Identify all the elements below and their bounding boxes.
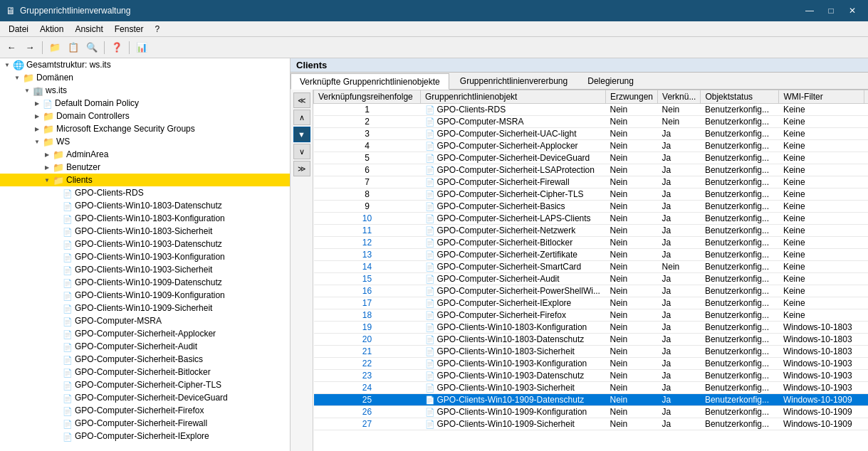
sort-top[interactable]: ≪ [293, 92, 310, 108]
table-row[interactable]: 9📄GPO-Computer-Sicherheit-BasicsNeinJaBe… [314, 201, 869, 213]
tree-item-gpo-deviceguard[interactable]: 📄GPO-Computer-Sicherheit-DeviceGuard [0, 391, 290, 404]
tree-scroll[interactable]: ▼🌐Gesamtstruktur: ws.its▼📁Domänen▼🏢ws.it… [0, 58, 290, 451]
expand-icon-gpo-w10-1909-si[interactable] [51, 302, 63, 314]
expand-icon-gpo-deviceguard[interactable] [51, 392, 63, 403]
tree-item-gpo-cipher-tls[interactable]: 📄GPO-Computer-Sicherheit-Cipher-TLS [0, 378, 290, 391]
table-row[interactable]: 16📄GPO-Computer-Sicherheit-PowerShellWi.… [314, 285, 869, 297]
tree-item-gpo-clients-rds[interactable]: 📄GPO-Clients-RDS [0, 186, 290, 199]
tree-item-gpo-msra[interactable]: 📄GPO-Computer-MSRA [0, 314, 290, 327]
tab-vererbung[interactable]: Gruppenrichtlinienvererbung [451, 73, 577, 89]
table-row[interactable]: 3📄GPO-Computer-Sicherheit-UAC-lightNeinJ… [314, 128, 869, 140]
tree-item-mesg[interactable]: ▶📁Microsoft Exchange Security Groups [0, 122, 290, 135]
table-row[interactable]: 5📄GPO-Computer-Sicherheit-DeviceGuardNei… [314, 152, 869, 164]
menu-fenster[interactable]: Fenster [109, 23, 150, 36]
expand-icon-gpo-w10-1903-ko[interactable] [51, 251, 63, 262]
expand-icon-gpo-msra[interactable] [51, 315, 63, 327]
expand-icon-gpo-firefox[interactable] [51, 405, 63, 416]
expand-icon-benutzer[interactable]: ▶ [41, 161, 53, 173]
expand-icon-mesg[interactable]: ▶ [31, 123, 43, 134]
expand-icon-clients[interactable]: ▼ [41, 174, 53, 186]
expand-icon-domains[interactable]: ▼ [11, 72, 23, 83]
col-wmi[interactable]: WMI-Filter [779, 90, 864, 104]
col-reihenfolge[interactable]: Verknüpfungsreihenfolge [314, 90, 421, 104]
tree-item-gpo-basics[interactable]: 📄GPO-Computer-Sicherheit-Basics [0, 353, 290, 366]
expand-icon-gpo-firewall[interactable] [51, 418, 63, 429]
expand-icon-gpo-w10-1803-ko[interactable] [51, 213, 63, 224]
col-objektstatus[interactable]: Objektstatus [701, 90, 779, 104]
expand-icon-gpo-w10-1909-ko[interactable] [51, 290, 63, 301]
toolbar-folder[interactable]: 📁 [46, 40, 63, 55]
table-row[interactable]: 26📄GPO-Clients-Win10-1909-KonfigurationN… [314, 406, 869, 418]
tree-item-ddp[interactable]: ▶📄Default Domain Policy [0, 97, 290, 110]
expand-icon-gpo-cipher-tls[interactable] [51, 379, 63, 391]
tree-item-gpo-applocker[interactable]: 📄GPO-Computer-Sicherheit-Applocker [0, 327, 290, 340]
col-g[interactable]: G [864, 90, 868, 104]
expand-icon-dc[interactable]: ▶ [31, 110, 43, 122]
table-row[interactable]: 10📄GPO-Computer-Sicherheit-LAPS-ClientsN… [314, 213, 869, 225]
tree-item-gpo-w10-1903-ko[interactable]: 📄GPO-Clients-Win10-1903-Konfiguration [0, 250, 290, 263]
sort-up[interactable]: ∧ [293, 110, 310, 125]
tab-delegierung[interactable]: Delegierung [578, 73, 643, 89]
close-button[interactable]: ✕ [842, 1, 862, 21]
toolbar-chart[interactable]: 📊 [133, 40, 150, 55]
tree-item-gpo-audit[interactable]: 📄GPO-Computer-Sicherheit-Audit [0, 340, 290, 353]
table-row[interactable]: 15📄GPO-Computer-Sicherheit-AuditNeinJaBe… [314, 273, 869, 285]
table-row[interactable]: 12📄GPO-Computer-Sicherheit-BitlockerNein… [314, 237, 869, 249]
tab-verknuepfte[interactable]: Verknüpfte Gruppenrichtlinienobjekte [291, 73, 449, 90]
table-row[interactable]: 14📄GPO-Computer-Sicherheit-SmartCardNein… [314, 261, 869, 273]
tree-item-ws[interactable]: ▼📁WS [0, 135, 290, 148]
expand-icon-gpo-audit[interactable] [51, 341, 63, 352]
table-row[interactable]: 21📄GPO-Clients-Win10-1803-SicherheitNein… [314, 346, 869, 358]
sort-down[interactable]: ∨ [293, 144, 310, 159]
table-row[interactable]: 1📄GPO-Clients-RDSNeinNeinBenutzerkonfig.… [314, 104, 869, 116]
tree-item-clients[interactable]: ▼📁Clients [0, 174, 290, 186]
toolbar-back[interactable]: ← [3, 40, 20, 55]
tree-item-gpo-firefox[interactable]: 📄GPO-Computer-Sicherheit-Firefox [0, 404, 290, 417]
menu-datei[interactable]: Datei [3, 23, 34, 36]
menu-ansicht[interactable]: Ansicht [69, 23, 108, 36]
expand-icon-gpo-w10-1803-ds[interactable] [51, 200, 63, 211]
table-row[interactable]: 27📄GPO-Clients-Win10-1909-SicherheitNein… [314, 418, 869, 430]
expand-icon-gpo-basics[interactable] [51, 354, 63, 365]
col-verknupft[interactable]: Verknü... [658, 90, 701, 104]
tree-item-gpo-w10-1803-si[interactable]: 📄GPO-Clients-Win10-1803-Sicherheit [0, 225, 290, 238]
tree-item-gpo-w10-1803-ko[interactable]: 📄GPO-Clients-Win10-1803-Konfiguration [0, 212, 290, 225]
minimize-button[interactable]: — [800, 1, 820, 21]
table-row[interactable]: 19📄GPO-Clients-Win10-1803-KonfigurationN… [314, 322, 869, 334]
expand-icon-gpo-iexplore[interactable] [51, 430, 63, 442]
table-row[interactable]: 4📄GPO-Computer-Sicherheit-ApplockerNeinJ… [314, 140, 869, 152]
toolbar-help[interactable]: ❓ [108, 40, 125, 55]
expand-icon-ddp[interactable]: ▶ [31, 97, 43, 109]
tree-item-gpo-w10-1909-ko[interactable]: 📄GPO-Clients-Win10-1909-Konfiguration [0, 289, 290, 302]
table-row[interactable]: 25📄GPO-Clients-Win10-1909-DatenschutzNei… [314, 394, 869, 406]
expand-icon-gpo-w10-1909-ds[interactable] [51, 277, 63, 288]
sort-bottom[interactable]: ≫ [293, 161, 310, 176]
tree-item-benutzer[interactable]: ▶📁Benutzer [0, 161, 290, 174]
table-row[interactable]: 6📄GPO-Computer-Sicherheit-LSAProtectionN… [314, 164, 869, 176]
expand-icon-adminarea[interactable]: ▶ [41, 149, 53, 160]
table-row[interactable]: 17📄GPO-Computer-Sicherheit-IExploreNeinJ… [314, 297, 869, 309]
menu-help[interactable]: ? [149, 23, 165, 36]
table-row[interactable]: 2📄GPO-Computer-MSRANeinNeinBenutzerkonfi… [314, 116, 869, 128]
table-row[interactable]: 22📄GPO-Clients-Win10-1903-KonfigurationN… [314, 358, 869, 370]
expand-icon-gpo-bitlocker[interactable] [51, 366, 63, 378]
tree-item-gpo-w10-1909-ds[interactable]: 📄GPO-Clients-Win10-1909-Datenschutz [0, 276, 290, 289]
tree-item-gpo-iexplore[interactable]: 📄GPO-Computer-Sicherheit-IExplore [0, 430, 290, 442]
expand-icon-root[interactable]: ▼ [1, 59, 13, 70]
tree-item-adminarea[interactable]: ▶📁AdminArea [0, 148, 290, 161]
table-row[interactable]: 7📄GPO-Computer-Sicherheit-FirewallNeinJa… [314, 176, 869, 189]
tree-item-root[interactable]: ▼🌐Gesamtstruktur: ws.its [0, 58, 290, 71]
toolbar-search[interactable]: 🔍 [83, 40, 100, 55]
sort-active[interactable]: ▼ [293, 127, 310, 142]
expand-icon-gpo-w10-1803-si[interactable] [51, 226, 63, 237]
expand-icon-ws[interactable]: ▼ [31, 136, 43, 147]
expand-icon-gpo-clients-rds[interactable] [51, 187, 63, 198]
table-row[interactable]: 18📄GPO-Computer-Sicherheit-FirefoxNeinJa… [314, 309, 869, 322]
tree-item-gpo-w10-1909-si[interactable]: 📄GPO-Clients-Win10-1909-Sicherheit [0, 302, 290, 314]
tree-item-dc[interactable]: ▶📁Domain Controllers [0, 110, 290, 122]
table-row[interactable]: 13📄GPO-Computer-Sicherheit-ZertifikateNe… [314, 249, 869, 261]
col-objekt[interactable]: Gruppenrichtlinienobjekt [421, 90, 606, 104]
tree-item-gpo-w10-1803-ds[interactable]: 📄GPO-Clients-Win10-1803-Datenschutz [0, 199, 290, 212]
tree-item-ws.its[interactable]: ▼🏢ws.its [0, 84, 290, 97]
expand-icon-gpo-applocker[interactable] [51, 328, 63, 339]
